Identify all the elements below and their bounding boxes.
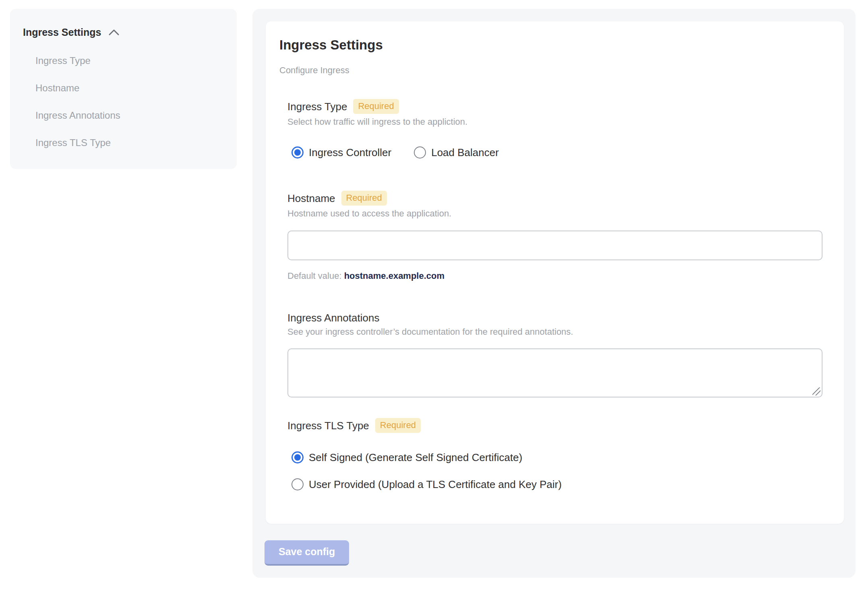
radio-option-label: Ingress Controller	[309, 146, 391, 159]
hostname-input[interactable]	[287, 231, 823, 260]
ingress-type-description: Select how traffic will ingress to the a…	[287, 117, 823, 127]
radio-button-icon[interactable]	[291, 146, 304, 159]
hostname-default-line: Default value: hostname.example.com	[287, 271, 823, 281]
radio-option-self-signed[interactable]: Self Signed (Generate Self Signed Certif…	[291, 451, 823, 463]
sidebar-item-ingress-tls-type[interactable]: Ingress TLS Type	[35, 137, 224, 148]
tls-type-label: Ingress TLS Type	[287, 420, 369, 432]
radio-button-icon[interactable]	[414, 146, 426, 159]
annotations-label: Ingress Annotations	[287, 312, 379, 324]
sidebar-section-ingress-settings[interactable]: Ingress Settings	[23, 27, 224, 38]
sidebar-section-title: Ingress Settings	[23, 27, 101, 38]
radio-option-label: Load Balancer	[431, 146, 499, 159]
annotations-textarea[interactable]	[287, 348, 823, 397]
sidebar-item-ingress-annotations[interactable]: Ingress Annotations	[35, 110, 224, 121]
radio-button-icon[interactable]	[291, 451, 304, 463]
tls-type-radio-group: Self Signed (Generate Self Signed Certif…	[287, 451, 823, 490]
sidebar-item-ingress-type[interactable]: Ingress Type	[35, 55, 224, 66]
ingress-form: Ingress Type Required Select how traffic…	[287, 99, 823, 490]
field-ingress-tls-type: Ingress TLS Type Required Self Signed (G…	[287, 418, 823, 490]
required-badge: Required	[375, 418, 421, 433]
ingress-type-radio-group: Ingress Controller Load Balancer	[287, 146, 823, 159]
sidebar-item-hostname[interactable]: Hostname	[35, 82, 224, 94]
sidebar-item-list: Ingress Type Hostname Ingress Annotation…	[23, 55, 224, 148]
field-ingress-annotations: Ingress Annotations See your ingress con…	[287, 312, 823, 397]
required-badge: Required	[353, 99, 399, 114]
ingress-settings-card: Ingress Settings Configure Ingress Ingre…	[266, 21, 844, 524]
chevron-up-icon	[108, 29, 120, 37]
ingress-settings-panel: Ingress Settings Configure Ingress Ingre…	[252, 9, 856, 578]
required-badge: Required	[341, 191, 387, 206]
default-value-prefix: Default value:	[287, 271, 344, 281]
hostname-label: Hostname	[287, 192, 335, 204]
annotations-description: See your ingress controller’s documentat…	[287, 327, 823, 337]
save-config-button[interactable]: Save config	[265, 540, 349, 566]
radio-option-label: User Provided (Upload a TLS Certificate …	[309, 478, 562, 490]
hostname-description: Hostname used to access the application.	[287, 208, 823, 219]
field-hostname: Hostname Required Hostname used to acces…	[287, 191, 823, 281]
field-ingress-type: Ingress Type Required Select how traffic…	[287, 99, 823, 159]
settings-nav-sidebar: Ingress Settings Ingress Type Hostname I…	[10, 9, 237, 169]
radio-button-icon[interactable]	[291, 478, 304, 490]
radio-option-load-balancer[interactable]: Load Balancer	[414, 146, 499, 159]
radio-option-ingress-controller[interactable]: Ingress Controller	[291, 146, 391, 159]
page-subtitle: Configure Ingress	[279, 65, 822, 76]
radio-option-user-provided[interactable]: User Provided (Upload a TLS Certificate …	[291, 478, 823, 490]
default-value-text: hostname.example.com	[344, 271, 444, 281]
ingress-type-label: Ingress Type	[287, 101, 347, 113]
radio-option-label: Self Signed (Generate Self Signed Certif…	[309, 451, 522, 463]
page-title: Ingress Settings	[279, 37, 822, 53]
